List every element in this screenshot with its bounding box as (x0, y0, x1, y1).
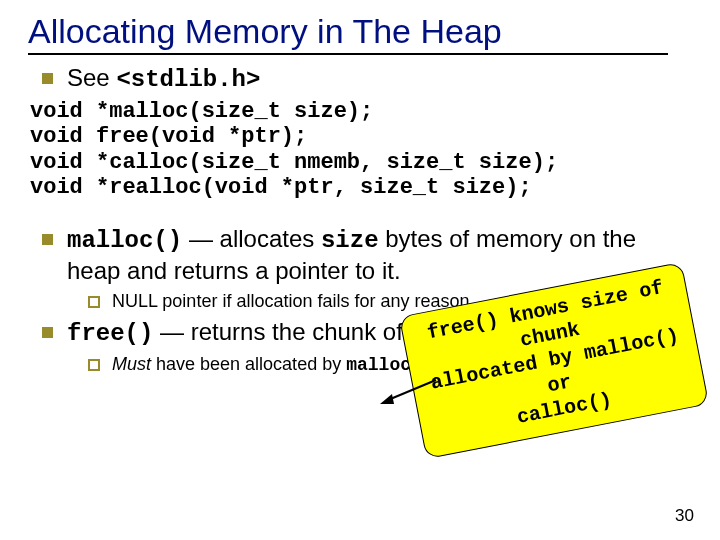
svg-marker-1 (380, 394, 394, 404)
malloc-t1: — allocates (182, 225, 321, 252)
slide: Allocating Memory in The Heap See <stdli… (0, 0, 720, 540)
code-prototypes: void *malloc(size_t size); void free(voi… (30, 99, 692, 200)
free-sub-b: have been allocated by (151, 354, 346, 374)
see-label: See (67, 64, 116, 91)
title-rule (28, 53, 668, 55)
bullet-icon (42, 73, 53, 84)
must-italic: Must (112, 354, 151, 374)
page-number: 30 (675, 506, 694, 526)
bullet-icon (42, 234, 53, 245)
slide-title: Allocating Memory in The Heap (28, 12, 692, 51)
bullet-icon (42, 327, 53, 338)
bullet-see-text: See <stdlib.h> (67, 63, 260, 95)
malloc-fn: malloc() (67, 227, 182, 254)
bullet-see: See <stdlib.h> (42, 63, 692, 95)
free-fn: free() (67, 320, 153, 347)
malloc-sub-text: NULL pointer if allocation fails for any… (112, 290, 470, 313)
sub-bullet-icon (88, 296, 100, 308)
sub-bullet-icon (88, 359, 100, 371)
malloc-size: size (321, 227, 379, 254)
stdlib-header: <stdlib.h> (116, 66, 260, 93)
bullet-malloc: malloc() — allocates size bytes of memor… (42, 224, 692, 286)
free-sub-malloc: malloc (346, 355, 411, 375)
spacer (28, 210, 692, 220)
